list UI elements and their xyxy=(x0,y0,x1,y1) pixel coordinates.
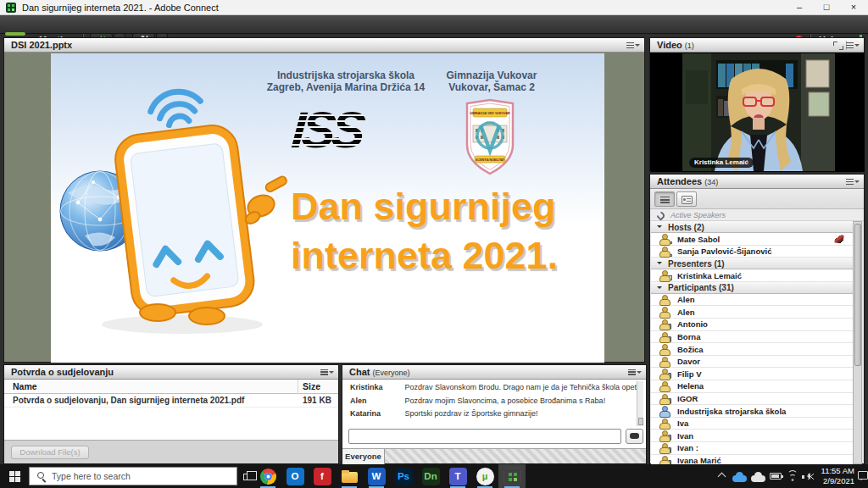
video-pod-title: Video (1) xyxy=(657,40,694,50)
attendee-name: Hosts (2) xyxy=(668,223,704,232)
attendees-pod-header: Attendees (34) xyxy=(650,175,864,189)
files-pod-header: Potvrda o sudjelovanju xyxy=(4,365,338,380)
attendee-name: Sanja Pavlović-Šijanović xyxy=(677,247,771,256)
attendee-role-icon xyxy=(659,394,670,404)
attendee-row[interactable]: Antonio xyxy=(651,319,853,331)
start-button[interactable] xyxy=(0,464,29,488)
attendee-name: Participants (31) xyxy=(668,283,734,292)
action-center-icon[interactable] xyxy=(858,471,868,480)
attendee-row[interactable]: Alen xyxy=(651,294,853,307)
attendee-row[interactable]: Sanja Pavlović-Šijanović xyxy=(651,246,853,258)
files-pod-menu-icon[interactable] xyxy=(320,369,334,377)
adobe-connect-app-icon xyxy=(6,3,16,13)
attendee-row[interactable]: Ivana Marić xyxy=(651,455,853,465)
chat-tab-bar: Everyone xyxy=(342,448,646,463)
video-pod-header: Video (1) xyxy=(650,38,864,53)
onedrive-cloud-icon[interactable] xyxy=(732,475,747,482)
share-pod: DSI 2021.pptx xyxy=(3,37,645,363)
attendee-role-icon xyxy=(659,443,670,453)
file-row[interactable]: Potvrda o sudjelovanju, Dan sigurnijeg i… xyxy=(4,394,338,408)
share-pod-menu-icon[interactable] xyxy=(626,42,640,50)
attendee-row[interactable]: Ivan : xyxy=(651,442,853,455)
taskbar-app-chrome[interactable] xyxy=(254,464,281,488)
attendee-row[interactable]: Filip V xyxy=(651,368,853,380)
files-list: Potvrda o sudjelovanju, Dan sigurnijeg i… xyxy=(4,394,338,408)
attendee-role-icon xyxy=(659,295,670,305)
taskbar-app-teams[interactable]: T xyxy=(444,464,471,488)
files-table-header: Name Size xyxy=(4,380,338,394)
tray-expand-chevron-icon[interactable] xyxy=(718,473,726,481)
maximize-button[interactable]: □ xyxy=(814,0,839,15)
taskbar-app-explorer[interactable] xyxy=(336,464,363,488)
files-pod-footer: Download File(s) xyxy=(4,440,338,463)
attendees-pod-menu-icon[interactable] xyxy=(846,178,860,186)
attendees-scrollbar[interactable] xyxy=(853,221,862,464)
wifi-icon[interactable] xyxy=(787,472,798,481)
attendee-list-view-button[interactable] xyxy=(654,191,675,207)
chat-pod: Chat (Everyone) Kristinka Pozdrav Slavon… xyxy=(342,364,647,464)
presentation-slide: Industrijska strojarska škola Zagreb, Av… xyxy=(51,53,604,363)
attendee-detail-view-button[interactable] xyxy=(676,191,697,207)
clock-date: 2/9/2021 xyxy=(805,476,854,486)
attendee-role-icon xyxy=(659,319,670,330)
clock-time: 11:55 AM xyxy=(805,466,854,476)
attendee-row[interactable]: Alen xyxy=(651,306,853,319)
column-size[interactable]: Size xyxy=(303,381,320,391)
taskbar-app-connect[interactable] xyxy=(498,464,526,488)
taskbar-app-word[interactable]: W xyxy=(363,464,390,488)
cloud-icon[interactable] xyxy=(751,475,765,482)
svg-text:GIMNAZIJA 1891 VUKOVAR: GIMNAZIJA 1891 VUKOVAR xyxy=(470,112,510,115)
attendee-row[interactable]: Božica xyxy=(651,343,853,356)
attendee-row[interactable]: Industrijska strojarska škola xyxy=(651,405,853,418)
attendee-row[interactable]: Kristinka Lemaić xyxy=(651,269,853,282)
send-message-button[interactable] xyxy=(626,429,643,444)
column-name[interactable]: Name xyxy=(13,381,37,391)
taskbar-app-outlook[interactable]: O xyxy=(281,464,309,488)
attendee-row[interactable]: IGOR xyxy=(651,393,853,406)
attendee-row[interactable]: Borna xyxy=(651,331,853,344)
attendee-name: Alen xyxy=(677,308,695,317)
taskbar-app-dimension[interactable]: Dn xyxy=(417,464,444,488)
attendee-group-row[interactable]: Participants (31) xyxy=(651,282,853,294)
taskbar-search[interactable] xyxy=(29,467,237,485)
fullscreen-icon[interactable] xyxy=(833,42,843,50)
taskbar-clock[interactable]: 11:55 AM 2/9/2021 xyxy=(805,466,854,486)
attendee-role-icon xyxy=(659,406,670,416)
attendee-role-icon xyxy=(659,332,670,342)
video-pod-menu-icon[interactable] xyxy=(846,42,860,50)
chat-tab-everyone[interactable]: Everyone xyxy=(342,449,385,464)
iss-logo: ISS xyxy=(290,104,413,160)
attendee-name: Industrijska strojarska škola xyxy=(677,407,786,416)
attendee-group-row[interactable]: Hosts (2) xyxy=(651,221,853,233)
taskbar-app-photoshop[interactable]: Ps xyxy=(390,464,417,488)
webcam-video: Kristinka Lemaić xyxy=(651,53,865,172)
attendee-row[interactable]: Helena xyxy=(651,380,853,393)
battery-icon[interactable] xyxy=(770,473,782,480)
taskbar-app-flashf[interactable]: f xyxy=(309,464,336,488)
attendee-row[interactable]: Ivan xyxy=(651,430,853,442)
search-input[interactable] xyxy=(52,469,230,484)
windows-taskbar: O f W Ps Dn T µ 11:55 AM xyxy=(0,464,868,488)
school-left-text: Industrijska strojarska škola Zagreb, Av… xyxy=(261,69,431,93)
chat-pod-title: Chat (Everyone) xyxy=(349,367,410,377)
attendee-role-icon xyxy=(659,247,670,257)
close-button[interactable]: × xyxy=(841,0,866,15)
minimize-button[interactable]: – xyxy=(787,0,812,15)
taskbar-app-utorrent[interactable]: µ xyxy=(471,464,498,488)
attendee-row[interactable]: Davor xyxy=(651,356,853,369)
file-size: 191 KB xyxy=(303,396,331,405)
attendee-role-icon xyxy=(659,234,670,244)
list-view-icon xyxy=(660,197,670,203)
attendee-role-icon xyxy=(659,419,670,429)
mascot-foot xyxy=(189,308,225,324)
attendee-row[interactable]: Iva xyxy=(651,418,853,430)
attendee-name: Alen xyxy=(677,295,695,304)
attendee-row[interactable]: Mate Sabol xyxy=(651,233,853,246)
attendee-role-icon xyxy=(659,270,670,280)
chat-input[interactable] xyxy=(348,429,621,444)
download-files-button[interactable]: Download File(s) xyxy=(11,446,89,459)
school-right-text: Gimnazija Vukovar Vukovar, Šamac 2 xyxy=(432,69,551,93)
attendee-group-row[interactable]: Presenters (1) xyxy=(651,258,853,269)
chat-scrollbar[interactable] xyxy=(637,381,643,426)
chat-pod-menu-icon[interactable] xyxy=(628,369,642,377)
